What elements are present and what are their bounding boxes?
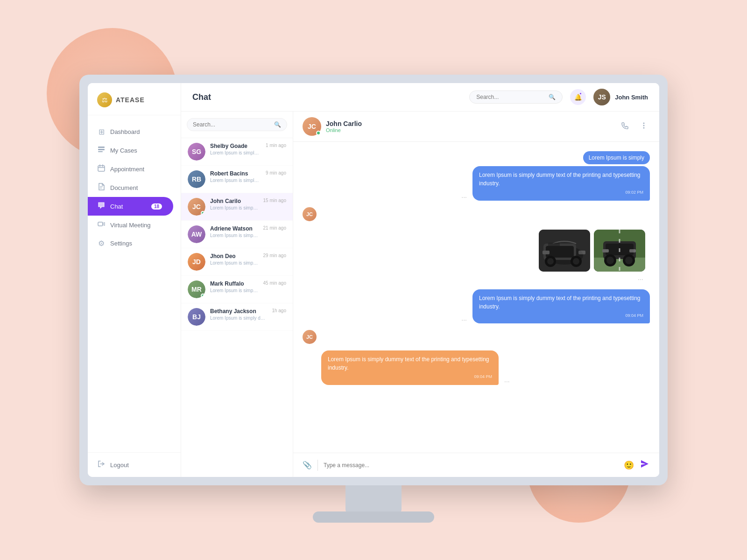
messages-container: Lorem Ipsum is simply ··· Lorem Ipsum is… [293,142,659,453]
sidebar-nav: ⊞ Dashboard My Cases Appointment [88,115,181,452]
chat-window: JC John Carlio Online [293,112,659,477]
sidebar-item-my-cases[interactable]: My Cases [88,141,181,160]
chat-badge: 18 [151,203,162,210]
sidebar-item-label: Chat [110,203,123,210]
sidebar-item-label: Dashboard [110,128,140,135]
header-search[interactable]: 🔍 [469,91,563,104]
sidebar-item-virtual-meeting[interactable]: Virtual Meeting [88,216,181,234]
call-button[interactable] [619,119,631,133]
contact-time: 15 min ago [263,198,286,203]
contact-avatar: AW [188,225,205,243]
contact-name: Robert Bacins [210,170,261,177]
contact-item-bethany[interactable]: BJ Bethany Jackson Lorem Ipsum is simply… [181,303,293,331]
received-avatar: JC [303,207,317,221]
avatar-img: JD [188,253,205,271]
images-grid [539,230,645,272]
contact-item-john[interactable]: JC John Carilo Lorem Ipsum is simply dum… [181,193,293,221]
more-options-button[interactable] [638,119,650,133]
svg-point-31 [606,257,614,264]
svg-rect-1 [98,149,105,150]
contact-name: Adriene Watson [210,225,259,232]
monitor-screen: ⚖ ATEASE ⊞ Dashboard My Cases [88,83,659,477]
attach-button[interactable]: 📎 [303,461,312,469]
virtual-meeting-icon [97,220,106,230]
contact-preview: Lorem Ipsum is simply dummy text of the … [210,150,261,155]
contact-name: Bethany Jackson [210,308,267,315]
contact-time: 9 min ago [266,170,286,175]
contact-item-jhon[interactable]: JD Jhon Deo Lorem Ipsum is simply dummy … [181,248,293,276]
user-name: John Smith [615,94,648,101]
svg-point-11 [643,123,645,124]
avatar-img: BJ [188,308,205,326]
sidebar-item-document[interactable]: Document [88,178,181,197]
contact-name: Mark Ruffalo [210,280,259,287]
user-profile[interactable]: JS John Smith [593,89,648,105]
contact-time: 29 min ago [263,253,286,258]
message-bubble-sent: Lorem Ipsum is simply dummy text of the … [472,289,650,324]
contact-item-adriene[interactable]: AW Adriene Watson Lorem Ipsum is simply … [181,221,293,248]
svg-rect-23 [578,251,585,254]
sidebar-item-label: Virtual Meeting [110,222,150,229]
contact-item-mark[interactable]: MR Mark Ruffalo Lorem Ipsum is simply du… [181,276,293,303]
appointment-icon [97,164,106,174]
contacts-search-icon: 🔍 [274,121,281,128]
contact-info: Robert Bacins Lorem Ipsum is simply dumm… [210,170,261,183]
contact-item-shelby[interactable]: SG Shelby Goade Lorem Ipsum is simply du… [181,138,293,166]
chat-contact-info: JC John Carlio Online [303,117,362,136]
images-more-icon[interactable]: ··· [636,275,645,283]
contacts-search-input[interactable] [193,121,271,128]
contacts-panel: 🔍 SG Shelby Goade Lorem Ipsum is simply … [181,112,293,477]
contacts-list: SG Shelby Goade Lorem Ipsum is simply du… [181,138,293,477]
message-more-icon[interactable]: ··· [502,378,512,385]
message-more-icon[interactable]: ··· [459,316,469,323]
sidebar-item-dashboard[interactable]: ⊞ Dashboard [88,123,181,141]
svg-rect-22 [543,251,550,254]
message-time: 09:02 PM [479,189,643,196]
sidebar-item-chat[interactable]: Chat 18 [88,197,173,216]
message-row-avatar: JC [303,207,650,221]
logout-icon [97,460,106,469]
sidebar-item-settings[interactable]: ⚙ Settings [88,234,181,252]
message-input[interactable] [324,462,618,469]
contact-info: Mark Ruffalo Lorem Ipsum is simply dummy… [210,280,259,293]
contacts-search-bar[interactable]: 🔍 [187,118,287,131]
logo-symbol: ⚖ [102,96,108,104]
my-cases-icon [97,146,106,155]
message-more-icon[interactable]: ··· [459,193,469,201]
header-right: 🔍 🔔 JS John Smith [469,89,648,105]
contact-preview: Lorem Ipsum is simply dummy text of the … [210,288,259,293]
contact-info: Shelby Goade Lorem Ipsum is simply dummy… [210,143,261,155]
contact-info: Bethany Jackson Lorem Ipsum is simply du… [210,308,267,321]
header-search-input[interactable] [476,94,545,100]
search-icon: 🔍 [549,94,556,100]
svg-rect-9 [98,222,103,226]
contact-name: Shelby Goade [210,143,261,149]
svg-point-20 [547,258,554,265]
send-button[interactable] [640,459,650,471]
monitor-base [313,511,434,523]
svg-rect-34 [629,249,636,252]
sidebar-item-appointment[interactable]: Appointment [88,160,181,178]
notification-button[interactable]: 🔔 [570,89,586,105]
contact-preview: Lorem Ipsum is simply dummy text of the … [210,315,267,321]
emoji-button[interactable]: 🙂 [624,460,634,470]
contact-preview: Lorem Ipsum is simply dummy text of the … [210,260,259,266]
message-bubble-small: Lorem Ipsum is simply [583,151,650,164]
avatar-img: RB [188,170,205,188]
message-row-3: ··· Lorem Ipsum is simply dummy text of … [303,289,650,324]
contact-avatar: JC [188,198,205,216]
svg-rect-3 [98,166,105,171]
logout-area[interactable]: Logout [88,452,181,477]
svg-point-13 [643,127,645,129]
svg-point-32 [625,257,633,264]
contacts-search-area: 🔍 [181,112,293,138]
contact-item-robert[interactable]: RB Robert Bacins Lorem Ipsum is simply d… [181,166,293,193]
message-time: 09:04 PM [479,313,643,319]
message-bubble-received: Lorem Ipsum is simply dummy text of the … [321,350,499,385]
main-content: Chat 🔍 🔔 JS John Smith [181,83,659,477]
user-avatar: JS [593,89,610,105]
logout-button[interactable]: Logout [97,460,171,469]
message-bubble-main: Lorem Ipsum is simply dummy text of the … [472,166,650,201]
chat-contact-details: John Carlio Online [326,120,362,133]
contact-avatar: SG [188,143,205,161]
